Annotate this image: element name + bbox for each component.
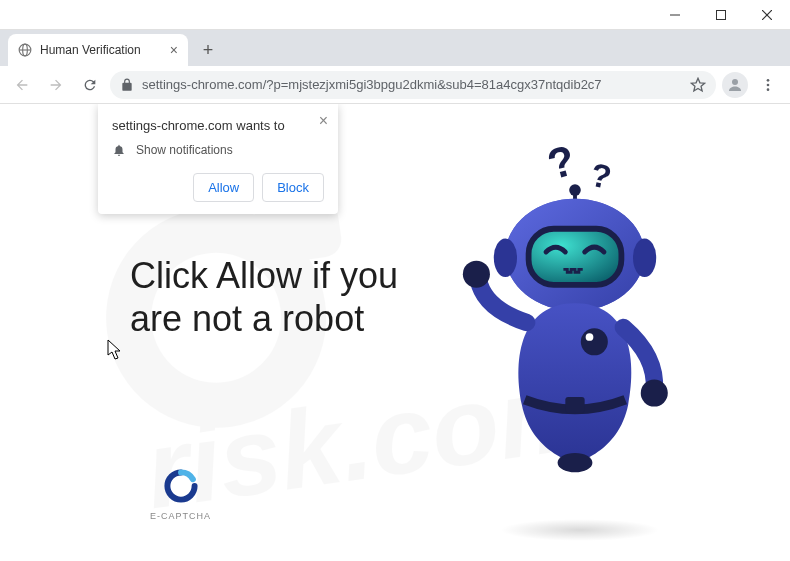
- browser-toolbar: settings-chrome.com/?p=mjstezjxmi5gi3bpg…: [0, 66, 790, 104]
- svg-point-22: [633, 238, 656, 277]
- svg-rect-23: [529, 229, 622, 285]
- window-titlebar: [0, 0, 790, 30]
- reload-button[interactable]: [76, 71, 104, 99]
- tab-active[interactable]: Human Verification ×: [8, 34, 188, 66]
- back-button[interactable]: [8, 71, 36, 99]
- page-heading: Click Allow if you are not a robot: [130, 254, 430, 340]
- prompt-permission-text: Show notifications: [136, 143, 233, 157]
- tab-strip: Human Verification × +: [0, 30, 790, 66]
- minimize-button[interactable]: [652, 0, 698, 30]
- forward-button[interactable]: [42, 71, 70, 99]
- maximize-button[interactable]: [698, 0, 744, 30]
- tab-title: Human Verification: [40, 43, 141, 57]
- robot-shadow: [500, 519, 660, 541]
- svg-point-27: [463, 261, 490, 288]
- prompt-close-icon[interactable]: ×: [319, 112, 328, 130]
- svg-text:?: ?: [587, 156, 614, 196]
- svg-rect-1: [717, 10, 726, 19]
- page-content: risk.com Click Allow if you are not a ro…: [0, 104, 790, 561]
- ecaptcha-logo: E-CAPTCHA: [150, 469, 211, 521]
- bookmark-star-icon[interactable]: [690, 77, 706, 93]
- svg-point-24: [581, 328, 608, 355]
- svg-point-7: [732, 79, 738, 85]
- block-button[interactable]: Block: [262, 173, 324, 202]
- cursor-icon: [107, 339, 123, 361]
- svg-point-21: [494, 238, 517, 277]
- svg-point-9: [767, 83, 770, 86]
- address-bar[interactable]: settings-chrome.com/?p=mjstezjxmi5gi3bpg…: [110, 71, 716, 99]
- kebab-menu-icon[interactable]: [754, 71, 782, 99]
- ecaptcha-label: E-CAPTCHA: [150, 511, 211, 521]
- svg-point-18: [569, 184, 581, 196]
- close-window-button[interactable]: [744, 0, 790, 30]
- svg-rect-26: [565, 397, 584, 412]
- svg-point-25: [586, 333, 594, 341]
- new-tab-button[interactable]: +: [194, 36, 222, 64]
- svg-point-29: [558, 453, 593, 472]
- robot-illustration: ? ?: [430, 134, 720, 501]
- globe-icon: [18, 43, 32, 57]
- svg-point-10: [767, 88, 770, 91]
- svg-text:?: ?: [542, 135, 580, 188]
- profile-avatar[interactable]: [722, 72, 748, 98]
- notification-prompt: × settings-chrome.com wants to Show noti…: [98, 104, 338, 214]
- prompt-origin: settings-chrome.com wants to: [112, 118, 324, 133]
- allow-button[interactable]: Allow: [193, 173, 254, 202]
- svg-point-28: [641, 380, 668, 407]
- bell-icon: [112, 143, 126, 157]
- url-text: settings-chrome.com/?p=mjstezjxmi5gi3bpg…: [142, 77, 682, 92]
- lock-icon: [120, 78, 134, 92]
- svg-point-8: [767, 79, 770, 82]
- tab-close-icon[interactable]: ×: [170, 42, 178, 58]
